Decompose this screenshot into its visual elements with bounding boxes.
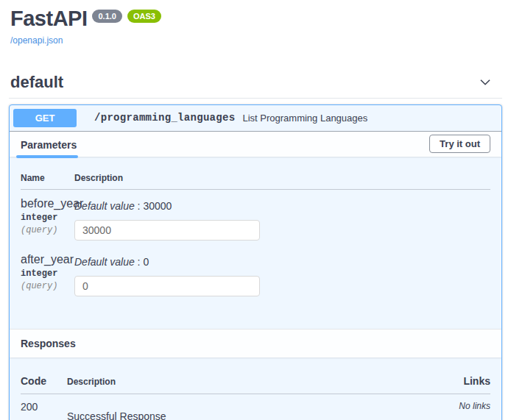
- parameter-name: before_year: [21, 196, 74, 210]
- responses-title: Responses: [21, 338, 76, 349]
- default-value-separator: :: [135, 256, 144, 268]
- oas3-badge: OAS3: [127, 10, 161, 23]
- parameters-table-header-row: Name Description: [21, 161, 490, 190]
- column-header-description: Description: [67, 377, 431, 387]
- parameters-section-header: Parameters Try it out: [10, 132, 501, 157]
- column-header-code: Code: [21, 375, 67, 387]
- try-it-out-button[interactable]: Try it out: [429, 135, 490, 153]
- parameter-location: (query): [21, 281, 74, 291]
- opblock-summary[interactable]: GET /programming_languages List Programm…: [10, 105, 501, 132]
- tag-title: default: [10, 73, 63, 92]
- version-badge: 0.1.0: [92, 10, 121, 23]
- response-description: Successful Response: [67, 401, 431, 420]
- responses-table: Code Description Links 200 Successful Re…: [10, 357, 501, 420]
- column-header-links: Links: [431, 375, 490, 387]
- default-value-separator: :: [135, 200, 144, 212]
- default-value: 0: [143, 256, 149, 268]
- parameter-location: (query): [21, 225, 74, 235]
- responses-section-header: Responses: [10, 329, 501, 357]
- http-method-badge: GET: [13, 109, 77, 127]
- api-info-header: FastAPI 0.1.0 OAS3 /openapi.json: [0, 0, 511, 46]
- opblock-get-programming-languages: GET /programming_languages List Programm…: [9, 104, 502, 420]
- response-links: No links: [431, 401, 490, 420]
- api-title: FastAPI: [10, 7, 87, 31]
- parameters-table: Name Description before_year integer (qu…: [10, 157, 501, 329]
- chevron-down-icon[interactable]: [477, 74, 493, 90]
- default-value: 30000: [143, 200, 172, 212]
- after-year-input[interactable]: [74, 276, 260, 296]
- parameter-row-after-year: after_year integer (query) Default value…: [21, 241, 490, 296]
- endpoint-summary: List Programming Languages: [242, 113, 367, 124]
- response-code: 200: [21, 401, 67, 420]
- default-value-label: Default value: [74, 200, 135, 212]
- parameter-type: integer: [21, 268, 74, 279]
- openapi-spec-link[interactable]: /openapi.json: [10, 35, 63, 46]
- parameter-row-before-year: before_year integer (query) Default valu…: [21, 190, 490, 241]
- responses-table-header-row: Code Description Links: [21, 363, 490, 394]
- tag-section-toggle[interactable]: default: [9, 71, 502, 99]
- parameter-type: integer: [21, 213, 74, 223]
- tab-parameters[interactable]: Parameters: [21, 132, 77, 155]
- response-row-200: 200 Successful Response No links: [21, 394, 490, 420]
- tag-section-default: default GET /programming_languages List …: [9, 71, 502, 420]
- endpoint-path[interactable]: /programming_languages: [94, 112, 235, 124]
- parameter-description: Default value : 30000: [74, 196, 490, 212]
- parameter-name: after_year: [21, 252, 74, 266]
- column-header-description: Description: [74, 173, 490, 183]
- default-value-label: Default value: [74, 256, 135, 268]
- before-year-input[interactable]: [74, 220, 260, 241]
- parameter-description: Default value : 0: [74, 252, 490, 268]
- column-header-name: Name: [21, 173, 74, 183]
